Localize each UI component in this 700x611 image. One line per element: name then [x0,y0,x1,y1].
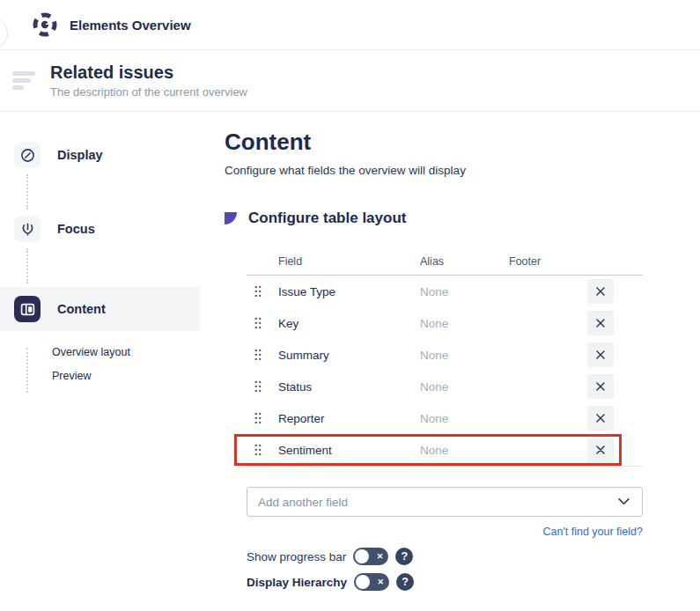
field-alias[interactable]: None [420,349,509,362]
drag-handle-icon[interactable] [254,444,278,456]
remove-field-button[interactable] [587,342,614,367]
sidebar-step-label: Content [57,302,106,316]
show-progress-bar-label: Show progress bar [247,550,346,563]
table-row: Summary None [247,339,643,371]
chevron-down-icon [618,498,630,505]
field-alias[interactable]: None [420,412,509,425]
field-name: Sentiment [278,444,420,457]
focus-icon [14,216,41,242]
field-name: Reporter [278,412,420,425]
app-header: Elements Overview [0,0,700,50]
show-progress-bar-row: Show progress bar ✕ ? [247,548,700,565]
app-title: Elements Overview [70,18,191,33]
remove-field-button[interactable] [587,311,614,335]
table-bottom-divider [247,466,643,467]
add-field-select[interactable]: Add another field [247,487,643,517]
field-alias[interactable]: None [420,317,509,330]
page-title: Content [225,129,700,156]
display-hierarchy-toggle[interactable]: ✕ [354,573,389,591]
table-row-highlighted: Sentiment None [247,434,643,466]
table-row: Key None [247,307,643,339]
table-row: Status None [247,371,643,402]
overview-subtitle: The description of the current overview [50,85,247,99]
help-question-icon[interactable]: ? [395,548,413,565]
overview-header: Related issues The description of the cu… [0,50,700,112]
overview-header-text: Related issues The description of the cu… [50,63,247,99]
app-logo-icon [32,11,58,38]
toggle-off-cross-icon: ✕ [378,578,385,586]
field-name: Status [278,380,420,394]
sidebar-step-content[interactable]: Content [0,287,200,331]
toggle-off-cross-icon: ✕ [377,553,384,561]
sidebar: Display Focus [0,112,200,610]
sidebar-item-preview[interactable]: Preview [0,370,200,382]
field-name: Issue Type [278,285,420,298]
remove-field-button[interactable] [587,279,614,304]
edge-cutoff-circle-decoration [0,18,8,49]
sidebar-step-display[interactable]: Display [0,139,200,171]
page: Elements Overview Related issues The des… [0,0,700,611]
display-hierarchy-row: Display Hierarchy ✕ ? [247,573,700,591]
field-alias[interactable]: None [420,285,509,298]
page-subtitle: Configure what fields the overview will … [225,164,700,177]
sidebar-sub-list: Overview layout Preview [0,346,200,394]
add-field-placeholder: Add another field [258,496,348,509]
drag-handle-icon[interactable] [254,412,278,424]
sidebar-step-label: Display [57,148,103,162]
description-lines-icon [12,71,36,90]
column-header-field: Field [278,255,420,268]
field-name: Summary [278,349,420,362]
cant-find-field-link[interactable]: Can't find your field? [542,526,643,538]
section-configure-table-layout: Configure table layout [225,210,700,227]
field-name: Key [278,317,420,330]
display-hierarchy-label: Display Hierarchy [247,576,347,589]
field-alias[interactable]: None [420,444,509,457]
main-content: Content Configure what fields the overvi… [200,112,700,610]
sidebar-step-label: Focus [57,222,95,236]
show-progress-bar-toggle[interactable]: ✕ [353,548,388,565]
fields-table: Field Alias Footer Issue Type None [247,255,643,467]
quarter-circle-icon [225,212,237,225]
remove-field-button[interactable] [587,374,614,399]
remove-field-button[interactable] [587,438,614,462]
step-connector [26,248,28,283]
table-row: Issue Type None [247,276,643,307]
column-header-footer: Footer [509,255,643,268]
table-row: Reporter None [247,402,643,434]
field-alias[interactable]: None [420,380,509,394]
help-question-icon[interactable]: ? [396,573,414,591]
sidebar-item-overview-layout[interactable]: Overview layout [0,346,200,358]
column-header-alias: Alias [420,255,509,268]
drag-handle-icon[interactable] [254,285,278,298]
content-icon [14,296,41,322]
help-link-row: Can't find your field? [225,523,643,539]
sidebar-step-focus[interactable]: Focus [0,213,200,245]
table-header-row: Field Alias Footer [247,255,643,276]
step-connector [26,174,28,210]
drag-handle-icon[interactable] [254,380,278,393]
remove-field-button[interactable] [587,406,614,431]
step-connector [26,348,28,393]
display-icon [14,142,41,168]
drag-handle-icon[interactable] [254,317,278,329]
toggle-knob [355,549,369,563]
toggle-knob [356,575,370,589]
overview-title: Related issues [50,63,247,83]
section-title: Configure table layout [248,210,406,227]
drag-handle-icon[interactable] [254,349,278,361]
